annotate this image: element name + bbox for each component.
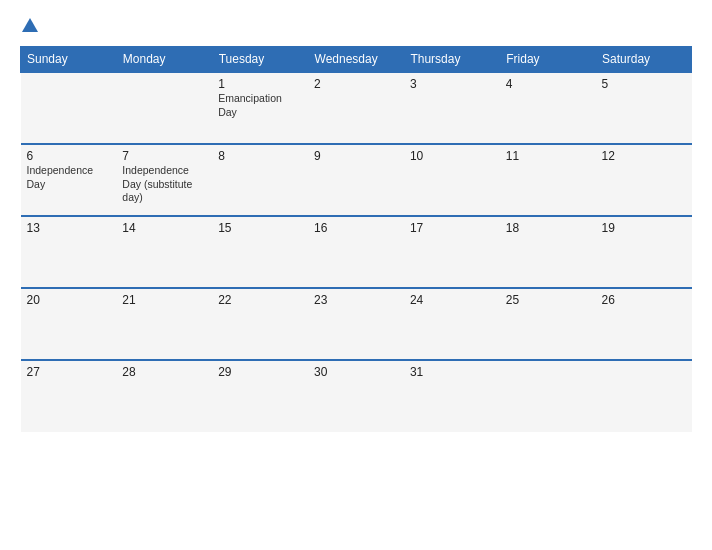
day-number: 13 xyxy=(27,221,111,235)
calendar-cell: 16 xyxy=(308,216,404,288)
day-number: 20 xyxy=(27,293,111,307)
calendar-cell: 9 xyxy=(308,144,404,216)
calendar-cell: 7Independence Day (substitute day) xyxy=(116,144,212,216)
calendar-cell: 8 xyxy=(212,144,308,216)
day-number: 23 xyxy=(314,293,398,307)
calendar-cell: 5 xyxy=(596,72,692,144)
calendar-cell: 13 xyxy=(21,216,117,288)
week-row-2: 6Independence Day7Independence Day (subs… xyxy=(21,144,692,216)
calendar-cell xyxy=(596,360,692,432)
week-row-3: 13141516171819 xyxy=(21,216,692,288)
page: SundayMondayTuesdayWednesdayThursdayFrid… xyxy=(0,0,712,550)
calendar-cell: 2 xyxy=(308,72,404,144)
calendar-cell xyxy=(116,72,212,144)
calendar-cell: 26 xyxy=(596,288,692,360)
day-number: 27 xyxy=(27,365,111,379)
calendar-cell: 14 xyxy=(116,216,212,288)
day-number: 2 xyxy=(314,77,398,91)
weekday-header-saturday: Saturday xyxy=(596,47,692,73)
calendar-cell: 21 xyxy=(116,288,212,360)
day-number: 6 xyxy=(27,149,111,163)
calendar-cell: 20 xyxy=(21,288,117,360)
calendar-cell: 1Emancipation Day xyxy=(212,72,308,144)
weekday-header-sunday: Sunday xyxy=(21,47,117,73)
calendar-cell xyxy=(500,360,596,432)
calendar-cell: 27 xyxy=(21,360,117,432)
day-number: 15 xyxy=(218,221,302,235)
calendar-cell: 3 xyxy=(404,72,500,144)
calendar-cell xyxy=(21,72,117,144)
weekday-header-wednesday: Wednesday xyxy=(308,47,404,73)
day-number: 24 xyxy=(410,293,494,307)
day-number: 8 xyxy=(218,149,302,163)
calendar-cell: 18 xyxy=(500,216,596,288)
day-number: 19 xyxy=(602,221,686,235)
week-row-4: 20212223242526 xyxy=(21,288,692,360)
calendar-cell: 19 xyxy=(596,216,692,288)
day-number: 1 xyxy=(218,77,302,91)
header xyxy=(20,16,692,34)
logo-triangle-icon xyxy=(22,18,38,32)
day-number: 31 xyxy=(410,365,494,379)
calendar-cell: 17 xyxy=(404,216,500,288)
calendar-cell: 4 xyxy=(500,72,596,144)
day-number: 9 xyxy=(314,149,398,163)
day-number: 17 xyxy=(410,221,494,235)
calendar-cell: 12 xyxy=(596,144,692,216)
calendar-cell: 30 xyxy=(308,360,404,432)
day-number: 28 xyxy=(122,365,206,379)
calendar-cell: 10 xyxy=(404,144,500,216)
weekday-header-monday: Monday xyxy=(116,47,212,73)
day-number: 3 xyxy=(410,77,494,91)
day-number: 12 xyxy=(602,149,686,163)
calendar-cell: 6Independence Day xyxy=(21,144,117,216)
day-number: 18 xyxy=(506,221,590,235)
day-number: 21 xyxy=(122,293,206,307)
day-number: 7 xyxy=(122,149,206,163)
day-number: 25 xyxy=(506,293,590,307)
calendar-cell: 22 xyxy=(212,288,308,360)
day-number: 5 xyxy=(602,77,686,91)
day-number: 22 xyxy=(218,293,302,307)
calendar-cell: 23 xyxy=(308,288,404,360)
calendar-cell: 15 xyxy=(212,216,308,288)
day-number: 26 xyxy=(602,293,686,307)
week-row-5: 2728293031 xyxy=(21,360,692,432)
weekday-header-tuesday: Tuesday xyxy=(212,47,308,73)
day-number: 16 xyxy=(314,221,398,235)
calendar-cell: 25 xyxy=(500,288,596,360)
logo xyxy=(20,16,38,34)
calendar-cell: 11 xyxy=(500,144,596,216)
holiday-name: Independence Day xyxy=(27,164,111,191)
calendar-cell: 29 xyxy=(212,360,308,432)
weekday-header-friday: Friday xyxy=(500,47,596,73)
calendar-cell: 31 xyxy=(404,360,500,432)
day-number: 29 xyxy=(218,365,302,379)
weekday-header-row: SundayMondayTuesdayWednesdayThursdayFrid… xyxy=(21,47,692,73)
day-number: 4 xyxy=(506,77,590,91)
holiday-name: Emancipation Day xyxy=(218,92,302,119)
week-row-1: 1Emancipation Day2345 xyxy=(21,72,692,144)
weekday-header-thursday: Thursday xyxy=(404,47,500,73)
day-number: 14 xyxy=(122,221,206,235)
holiday-name: Independence Day (substitute day) xyxy=(122,164,206,205)
day-number: 30 xyxy=(314,365,398,379)
day-number: 10 xyxy=(410,149,494,163)
day-number: 11 xyxy=(506,149,590,163)
calendar-cell: 28 xyxy=(116,360,212,432)
calendar-cell: 24 xyxy=(404,288,500,360)
calendar-table: SundayMondayTuesdayWednesdayThursdayFrid… xyxy=(20,46,692,432)
